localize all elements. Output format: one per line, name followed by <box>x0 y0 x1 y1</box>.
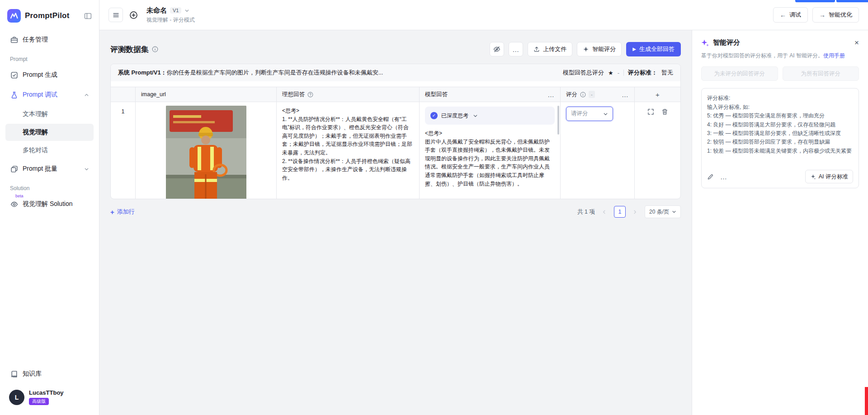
beta-badge: beta <box>15 194 24 198</box>
deep-think-label: 已深度思考 <box>441 112 468 120</box>
content-row: 评测数据集 … <box>99 30 868 415</box>
arrow-left-icon: ← <box>780 11 786 19</box>
table-row: 1 <box>111 102 680 199</box>
add-row-button[interactable]: + 添加行 <box>110 208 135 216</box>
hide-columns-button[interactable] <box>490 42 504 56</box>
prev-page-button[interactable] <box>599 206 610 218</box>
criteria-toolbar: … AI 评分标准 <box>707 170 853 183</box>
page-head: 评测数据集 … <box>110 42 681 56</box>
menu-toggle-button[interactable] <box>108 8 123 22</box>
info-icon <box>152 46 158 52</box>
page-size-select[interactable]: 20 条/页 <box>645 205 681 218</box>
score-all-button[interactable]: 为所有回答评分 <box>783 66 859 81</box>
panel-title: 智能评分 <box>713 38 740 47</box>
delete-row-icon[interactable] <box>661 108 668 115</box>
total-score-value: - <box>618 70 619 76</box>
upload-icon <box>533 46 540 52</box>
model-answer-cell[interactable]: ✓ 已深度思考 <思考> 图片中人员佩戴了安全帽和反光背心，但未佩戴防护手套（双… <box>420 102 561 199</box>
smart-optimize-label: 智能优化 <box>829 11 852 19</box>
column-menu-icon[interactable]: … <box>547 91 555 98</box>
panel-description: 基于你对模型回答的评分标准，用于 AI 智能评分。使用手册 <box>701 51 859 60</box>
generate-all-button[interactable]: ▶ 生成全部回答 <box>626 42 681 56</box>
help-icon <box>580 92 586 98</box>
sidebar-collapse-icon[interactable] <box>84 12 92 20</box>
score-unscored-button[interactable]: 为未评分的回答评分 <box>701 66 778 81</box>
prompt-generate-icon <box>10 71 18 79</box>
total-score-label: 模型回答总评分 <box>563 69 604 77</box>
user-name: LucasTTboy <box>29 389 64 396</box>
ai-score-panel: 智能评分 × 基于你对模型回答的评分标准，用于 AI 智能评分。使用手册 为未评… <box>692 30 868 415</box>
sidebar-item-knowledge-base[interactable]: 知识库 <box>5 365 94 383</box>
sparkle-icon <box>583 46 589 52</box>
model-answer-text: <思考> 图片中人员佩戴了安全帽和反光背心，但未佩戴防护手套（双手直接握持绳索）… <box>425 129 555 188</box>
criteria-text[interactable]: 评分标准: 输入评分标准, 如: 5: 优秀 — 模型回答完全满足所有要求，理由… <box>707 94 853 165</box>
criteria-label: 评分标准： <box>628 69 657 77</box>
add-row-label: 添加行 <box>117 208 135 216</box>
version-tag: V1 <box>170 7 181 14</box>
edit-icon[interactable] <box>707 173 714 180</box>
sidebar-item-label: 任务管理 <box>23 36 48 44</box>
logo-row: PromptPilot <box>0 0 99 29</box>
sidebar-bottom: 知识库 L LucasTTboy 高级版 <box>0 365 99 415</box>
avatar: L <box>9 390 24 405</box>
promptpilot-logo-icon <box>7 9 21 23</box>
sidebar-item-text-understanding[interactable]: 文本理解 <box>5 106 94 123</box>
user-account[interactable]: L LucasTTboy 高级版 <box>5 385 94 410</box>
sidebar-item-prompt-batch[interactable]: Prompt 批量 <box>5 160 94 178</box>
chevron-down-icon[interactable] <box>184 8 189 13</box>
topbar: 未命名 V1 视觉理解 - 评分模式 ← 调试 → 智能优化 <box>99 0 868 30</box>
chevron-down-icon <box>84 167 89 172</box>
sidebar-item-task-management[interactable]: 任务管理 <box>5 31 94 49</box>
header-add-column[interactable]: + <box>635 87 680 102</box>
sidebar-item-vision-understanding[interactable]: 视觉理解 <box>5 124 94 141</box>
flask-icon <box>10 91 18 99</box>
magic-wand-icon <box>810 174 816 180</box>
sidebar-item-multiturn-dialog[interactable]: 多轮对话 <box>5 142 94 159</box>
column-menu-icon[interactable]: … <box>622 91 629 98</box>
manual-link[interactable]: 使用手册 <box>823 52 845 59</box>
eye-icon <box>10 200 18 208</box>
score-select[interactable]: 请评分 <box>566 107 613 121</box>
star-icon: ★ <box>608 70 613 76</box>
main-content: 评测数据集 … <box>99 30 692 415</box>
smart-optimize-button[interactable]: → 智能优化 <box>812 7 859 23</box>
row-index-cell: 1 <box>111 102 136 199</box>
criteria-editor[interactable]: 评分标准: 输入评分标准, 如: 5: 优秀 — 模型回答完全满足所有要求，理由… <box>701 88 859 188</box>
new-session-button[interactable] <box>127 9 139 21</box>
sidebar-item-label: 知识库 <box>23 370 42 378</box>
sidebar-item-vision-solution[interactable]: beta 视觉理解 Solution <box>5 195 94 213</box>
header-index <box>111 87 136 102</box>
ideal-answer-cell[interactable]: <思考> 1. **人员防护情况分析**：人员戴黄色安全帽（有“工电”标识，符合… <box>277 102 420 199</box>
dataset-card: 系统 Prompt/V1： 你的任务是根据生产车间的图片，判断生产车间是否存在违… <box>110 64 681 199</box>
ai-criteria-button[interactable]: AI 评分标准 <box>805 170 853 183</box>
batch-icon <box>10 165 18 173</box>
page-title: 评测数据集 <box>110 44 149 55</box>
expand-row-icon[interactable] <box>647 108 654 115</box>
upload-file-button[interactable]: 上传文件 <box>528 42 572 56</box>
ai-score-button[interactable]: 智能评分 <box>577 42 622 56</box>
header-label: 理想回答 <box>282 91 305 98</box>
sidebar-item-label: 视觉理解 Solution <box>23 200 72 208</box>
sidebar-item-prompt-debug[interactable]: Prompt 调试 <box>5 86 94 104</box>
sidebar-item-label: Prompt 调试 <box>23 91 57 99</box>
close-icon[interactable]: × <box>854 39 859 47</box>
worker-photo[interactable] <box>166 106 246 199</box>
ai-score-label: 智能评分 <box>592 45 616 53</box>
cell-scrollbar[interactable] <box>557 106 559 135</box>
image-cell[interactable] <box>136 102 277 199</box>
total-count: 共 1 项 <box>577 208 595 216</box>
chevron-down-icon <box>603 112 608 117</box>
sidebar-item-prompt-generate[interactable]: Prompt 生成 <box>5 66 94 84</box>
system-prompt-bar[interactable]: 系统 Prompt/V1： 你的任务是根据生产车间的图片，判断生产车间是否存在违… <box>111 64 680 81</box>
header-image-url: image_url <box>136 87 277 102</box>
current-page-button[interactable]: 1 <box>614 206 626 218</box>
panel-description-text: 基于你对模型回答的评分标准，用于 AI 智能评分。 <box>701 52 823 59</box>
more-options-icon[interactable]: … <box>720 173 727 180</box>
upload-file-label: 上传文件 <box>543 45 566 53</box>
deep-think-toggle[interactable]: ✓ 已深度思考 <box>425 107 555 125</box>
card-gap <box>111 81 680 87</box>
next-page-button[interactable] <box>629 206 641 218</box>
debug-nav-button[interactable]: ← 调试 <box>773 7 808 23</box>
more-actions-button[interactable]: … <box>509 42 523 56</box>
ai-criteria-label: AI 评分标准 <box>819 173 848 181</box>
